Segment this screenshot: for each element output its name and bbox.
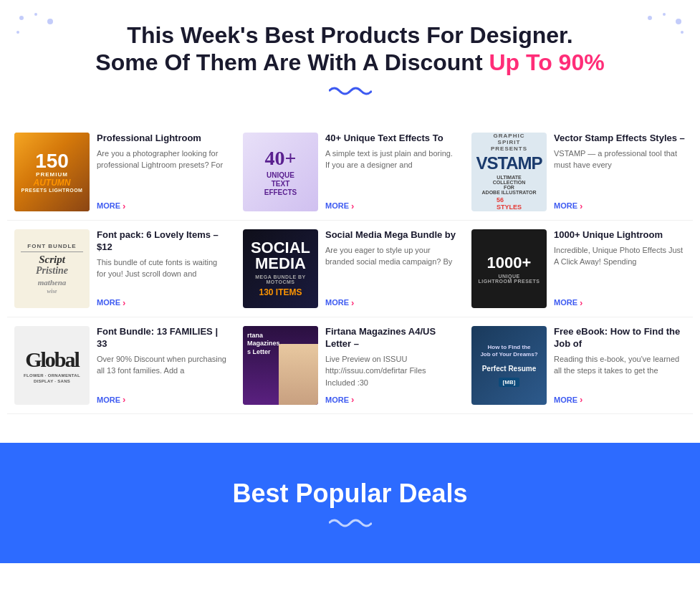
- svg-point-1: [34, 13, 37, 16]
- product-thumb-text-effects: 40+ UNIQUETEXTEFFECTS: [243, 133, 318, 211]
- product-info-text-effects: 40+ Unique Text Effects To A simple text…: [325, 133, 457, 211]
- product-desc-lightroom2: Incredible, Unique Photo Effects Just A …: [554, 244, 686, 292]
- more-link-font-bundle[interactable]: MORE ›: [97, 297, 229, 308]
- product-thumb-vstamp: GRAPHICSPIRITPRESENTS VSTAMP ULTIMATECOL…: [471, 133, 547, 211]
- product-desc-font-bundle: This bundle of cute fonts is waiting for…: [97, 257, 229, 292]
- product-title-lightroom: Professional Lightroom: [97, 133, 229, 145]
- more-arrow-ebook: ›: [580, 394, 582, 405]
- more-text-lightroom2: MORE: [554, 298, 577, 307]
- more-arrow-lightroom: ›: [123, 201, 125, 211]
- product-desc-lightroom: Are you a photographer looking for profe…: [97, 148, 229, 195]
- header-section: This Week's Best Products For Designer. …: [0, 0, 700, 124]
- svg-point-5: [663, 13, 666, 16]
- product-desc-ebook: Reading this e-book, you've learned all …: [554, 353, 686, 389]
- product-info-ebook: Free eBook: How to Find the Job of Readi…: [554, 326, 686, 405]
- decorative-top-left: [14, 11, 57, 54]
- product-card-magazines: rtanaMagaziness Letter Firtana Magazines…: [236, 317, 464, 414]
- more-text-font-global: MORE: [97, 396, 120, 404]
- footer-wave-icon: [329, 516, 372, 530]
- product-info-font-global: Font Bundle: 13 FAMILIES | 33 Over 90% D…: [97, 326, 229, 405]
- footer-wave: [14, 516, 686, 535]
- header-line1: This Week's Best Products For Designer.: [127, 22, 572, 48]
- svg-point-2: [47, 19, 53, 24]
- product-thumb-social-media: SOCIALMEDIA Mega Bundle by MotoCMS 130 I…: [243, 229, 318, 308]
- product-title-text-effects: 40+ Unique Text Effects To: [325, 133, 457, 145]
- header-discount: Up To 90%: [489, 49, 604, 75]
- more-arrow-social-media: ›: [351, 297, 354, 308]
- products-grid: 150 PREMIUM AUTUMN PRESETS LIGHTROOM Pro…: [0, 124, 700, 414]
- more-text-vstamp: MORE: [554, 201, 577, 210]
- product-info-font-bundle: Font pack: 6 Lovely Items – $12 This bun…: [97, 229, 229, 308]
- more-link-lightroom2[interactable]: MORE ›: [554, 297, 686, 308]
- more-text-font-bundle: MORE: [97, 298, 120, 307]
- footer-section: Best Popular Deals: [0, 443, 700, 563]
- product-thumb-lightroom: 150 PREMIUM AUTUMN PRESETS LIGHTROOM: [14, 133, 90, 211]
- more-arrow-magazines: ›: [351, 394, 354, 405]
- product-card-vstamp: GRAPHICSPIRITPRESENTS VSTAMP ULTIMATECOL…: [464, 124, 693, 221]
- more-arrow-text-effects: ›: [351, 201, 354, 211]
- product-desc-magazines: Live Preview on ISSUU http://issuu.com/d…: [325, 353, 457, 389]
- product-desc-text-effects: A simple text is just plain and boring. …: [325, 148, 457, 195]
- product-thumb-lightroom2: 1000+ UniqueLightroom Presets: [471, 229, 547, 308]
- product-card-font-bundle: FONT BUNDLE Script Pristine mathena wise…: [7, 221, 236, 317]
- product-card-ebook: How to Find theJob of Your Dreams? Perfe…: [464, 317, 693, 414]
- product-info-social-media: Social Media Mega Bundle by Are you eage…: [325, 229, 457, 308]
- more-text-lightroom: MORE: [97, 201, 120, 210]
- header-title: This Week's Best Products For Designer. …: [14, 21, 686, 77]
- product-thumb-magazines: rtanaMagaziness Letter: [243, 326, 318, 405]
- product-desc-social-media: Are you eager to style up your branded s…: [325, 244, 457, 292]
- header-line2-normal: Some Of Them Are With A Discount: [95, 49, 489, 75]
- svg-point-6: [676, 19, 681, 24]
- wave-icon: [329, 84, 372, 98]
- svg-point-7: [681, 31, 684, 34]
- product-desc-font-global: Over 90% Discount when purchasing all 13…: [97, 353, 229, 389]
- product-title-ebook: Free eBook: How to Find the Job of: [554, 326, 686, 350]
- footer-title: Best Popular Deals: [14, 479, 686, 509]
- product-info-vstamp: Vector Stamp Effects Styles – VSTAMP — a…: [554, 133, 686, 211]
- product-card-lightroom: 150 PREMIUM AUTUMN PRESETS LIGHTROOM Pro…: [7, 124, 236, 221]
- product-title-magazines: Firtana Magazines A4/US Letter –: [325, 326, 457, 350]
- product-title-vstamp: Vector Stamp Effects Styles –: [554, 133, 686, 145]
- more-link-magazines[interactable]: MORE ›: [325, 394, 457, 405]
- product-thumb-ebook: How to Find theJob of Your Dreams? Perfe…: [471, 326, 547, 405]
- product-card-social-media: SOCIALMEDIA Mega Bundle by MotoCMS 130 I…: [236, 221, 464, 317]
- svg-point-0: [19, 16, 24, 20]
- product-info-lightroom2: 1000+ Unique Lightroom Incredible, Uniqu…: [554, 229, 686, 308]
- product-card-text-effects: 40+ UNIQUETEXTEFFECTS 40+ Unique Text Ef…: [236, 124, 464, 221]
- header-wave: [14, 84, 686, 102]
- product-card-lightroom2: 1000+ UniqueLightroom Presets 1000+ Uniq…: [464, 221, 693, 317]
- product-info-magazines: Firtana Magazines A4/US Letter – Live Pr…: [325, 326, 457, 405]
- product-desc-vstamp: VSTAMP — a professional tool that must h…: [554, 148, 686, 195]
- page-wrapper: This Week's Best Products For Designer. …: [0, 0, 700, 563]
- more-text-social-media: MORE: [325, 298, 349, 307]
- more-link-social-media[interactable]: MORE ›: [325, 297, 457, 308]
- product-title-lightroom2: 1000+ Unique Lightroom: [554, 229, 686, 241]
- product-thumb-font-global: Global FLOWER · ORNAMENTAL DISPLAY · SAN…: [14, 326, 90, 405]
- product-title-font-global: Font Bundle: 13 FAMILIES | 33: [97, 326, 229, 350]
- svg-point-3: [16, 31, 19, 34]
- more-text-ebook: MORE: [554, 396, 577, 404]
- decorative-top-right: [643, 11, 686, 54]
- product-card-font-global: Global FLOWER · ORNAMENTAL DISPLAY · SAN…: [7, 317, 236, 414]
- more-link-vstamp[interactable]: MORE ›: [554, 201, 686, 211]
- more-link-ebook[interactable]: MORE ›: [554, 394, 686, 405]
- more-arrow-vstamp: ›: [580, 201, 582, 211]
- more-arrow-font-bundle: ›: [123, 297, 125, 308]
- more-link-font-global[interactable]: MORE ›: [97, 394, 229, 405]
- product-thumb-font-bundle: FONT BUNDLE Script Pristine mathena wise: [14, 229, 90, 308]
- product-title-font-bundle: Font pack: 6 Lovely Items – $12: [97, 229, 229, 254]
- product-info-lightroom: Professional Lightroom Are you a photogr…: [97, 133, 229, 211]
- more-arrow-lightroom2: ›: [580, 297, 582, 308]
- more-text-text-effects: MORE: [325, 201, 349, 210]
- more-arrow-font-global: ›: [123, 394, 125, 405]
- more-link-lightroom[interactable]: MORE ›: [97, 201, 229, 211]
- more-text-magazines: MORE: [325, 396, 349, 404]
- more-link-text-effects[interactable]: MORE ›: [325, 201, 457, 211]
- product-title-social-media: Social Media Mega Bundle by: [325, 229, 457, 241]
- svg-point-4: [648, 16, 652, 20]
